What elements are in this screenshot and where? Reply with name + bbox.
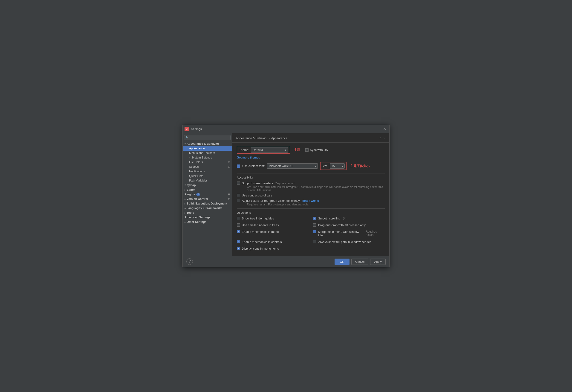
sidebar-item-languages-frameworks[interactable]: ▸ Languages & Frameworks bbox=[183, 206, 232, 210]
display-icons-checkbox[interactable] bbox=[237, 247, 240, 250]
chevron-right-icon6: ▸ bbox=[185, 212, 186, 214]
show-tree-indent-row: Show tree indent guides bbox=[237, 217, 309, 220]
title-bar: J Settings ✕ bbox=[183, 125, 389, 133]
use-contrast-scrollbars-row: Use contrast scrollbars bbox=[237, 194, 385, 197]
chevron-right-icon2: ▸ bbox=[185, 189, 186, 191]
sync-with-os-checkbox[interactable] bbox=[305, 148, 309, 152]
display-icons-row: Display icons in menu items bbox=[237, 247, 309, 250]
sidebar-item-editor[interactable]: ▸ Editor bbox=[183, 188, 232, 192]
display-icons-label: Display icons in menu items bbox=[242, 247, 279, 250]
use-custom-font-checkbox[interactable] bbox=[237, 164, 240, 168]
always-show-full-path-checkbox[interactable] bbox=[313, 240, 316, 243]
app-icon: J bbox=[185, 127, 189, 131]
always-show-full-path-label: Always show full path in window header bbox=[318, 240, 371, 244]
search-icon: 🔍 bbox=[185, 136, 189, 139]
smooth-scrolling-label: Smooth scrolling bbox=[318, 217, 340, 220]
show-tree-indent-checkbox[interactable] bbox=[237, 217, 240, 220]
adjust-colors-desc: Requires restart. For protanopia and deu… bbox=[242, 203, 319, 206]
merge-main-menu-label: Merge main menu with window title bbox=[318, 230, 363, 237]
use-smaller-indents-label: Use smaller indents in trees bbox=[242, 223, 279, 227]
sidebar-item-keymap[interactable]: Keymap bbox=[183, 183, 232, 188]
nav-arrows: ‹ › bbox=[379, 136, 386, 141]
breadcrumb-parent: Appearance & Behavior bbox=[236, 136, 267, 140]
plugins-badge: 2 bbox=[196, 193, 200, 196]
version-control-icon: ⊞ bbox=[228, 198, 230, 201]
screen-readers-requires-restart: Requires restart bbox=[275, 182, 294, 185]
sync-with-os-label: Sync with OS bbox=[310, 148, 328, 152]
search-input[interactable] bbox=[184, 135, 231, 140]
chevron-right-icon3: ▸ bbox=[185, 198, 186, 200]
use-contrast-scrollbars-checkbox[interactable] bbox=[237, 194, 240, 197]
font-select[interactable]: Microsoft YaHei UI bbox=[267, 163, 318, 169]
always-show-full-path-row: Always show full path in window header bbox=[313, 240, 385, 244]
sidebar-item-tools[interactable]: ▸ Tools bbox=[183, 210, 232, 215]
chevron-right-icon4: ▸ bbox=[185, 203, 186, 205]
drag-drop-checkbox[interactable] bbox=[313, 223, 316, 227]
smooth-scrolling-row: Smooth scrolling (?) bbox=[313, 217, 385, 220]
get-more-themes-link[interactable]: Get more themes bbox=[237, 156, 385, 162]
font-row: Use custom font: Microsoft YaHei UI ▼ Si… bbox=[237, 162, 385, 170]
scopes-icon: ⊞ bbox=[228, 165, 230, 168]
sidebar-item-notifications[interactable]: Notifications bbox=[183, 169, 232, 174]
ok-button[interactable]: OK bbox=[334, 259, 350, 265]
use-contrast-scrollbars-label: Use contrast scrollbars bbox=[242, 194, 272, 197]
merge-main-menu-row: Merge main menu with window title Requir… bbox=[313, 230, 385, 237]
enable-mnemonics-controls-checkbox[interactable] bbox=[237, 240, 240, 243]
sidebar-item-file-colors[interactable]: File Colors ⊞ bbox=[183, 160, 232, 164]
enable-mnemonics-menu-row: Enable mnemonics in menu bbox=[237, 230, 309, 237]
sidebar-item-appearance[interactable]: Appearance bbox=[183, 146, 232, 151]
adjust-colors-label: Adjust colors for red-green vision defic… bbox=[242, 199, 300, 203]
drag-drop-label: Drag-and-drop with Alt pressed only bbox=[318, 223, 366, 227]
window-title: Settings bbox=[191, 127, 202, 131]
settings-dialog: J Settings ✕ 🔍 ▾ Appearance & Behavior A… bbox=[182, 125, 390, 267]
cancel-button[interactable]: Cancel bbox=[351, 259, 368, 265]
nav-back-button[interactable]: ‹ bbox=[379, 136, 381, 141]
smooth-scrolling-checkbox[interactable] bbox=[313, 217, 316, 220]
divider-2 bbox=[237, 208, 385, 209]
sidebar-item-menus-toolbars[interactable]: Menus and Toolbars bbox=[183, 151, 232, 155]
adjust-colors-row: Adjust colors for red-green vision defic… bbox=[237, 199, 385, 206]
apply-button[interactable]: Apply bbox=[370, 259, 386, 265]
sync-row: Sync with OS bbox=[305, 148, 328, 152]
divider-1 bbox=[237, 173, 385, 173]
file-colors-icon: ⊞ bbox=[228, 161, 230, 164]
close-button[interactable]: ✕ bbox=[382, 126, 387, 132]
font-annotation: 主题字体大小 bbox=[350, 164, 369, 168]
sidebar-item-build-execution[interactable]: ▸ Build, Execution, Deployment bbox=[183, 201, 232, 206]
sidebar-item-system-settings[interactable]: ▸ System Settings bbox=[183, 155, 232, 160]
use-smaller-indents-checkbox[interactable] bbox=[237, 223, 240, 227]
sidebar-item-scopes[interactable]: Scopes ⊞ bbox=[183, 164, 232, 169]
use-smaller-indents-row: Use smaller indents in trees bbox=[237, 223, 309, 227]
nav-forward-button[interactable]: › bbox=[383, 136, 386, 141]
theme-annotation: 主题 bbox=[294, 148, 300, 152]
merge-requires-restart: Requires restart bbox=[366, 230, 385, 236]
theme-select[interactable]: Darcula IntelliJ Light bbox=[251, 147, 288, 153]
support-screen-readers-row: Support screen readers Requires restart … bbox=[237, 182, 385, 192]
theme-select-wrapper: Darcula IntelliJ Light ▼ bbox=[251, 147, 288, 153]
breadcrumb-separator: › bbox=[269, 136, 270, 140]
sidebar-item-version-control[interactable]: ▸ Version Control ⊞ bbox=[183, 197, 232, 201]
chevron-down-icon: ▾ bbox=[185, 143, 186, 145]
sidebar-item-advanced-settings[interactable]: Advanced Settings bbox=[183, 215, 232, 220]
merge-main-menu-checkbox[interactable] bbox=[313, 230, 316, 233]
help-button[interactable]: ? bbox=[186, 258, 193, 265]
plugins-icon: ⊞ bbox=[228, 193, 230, 196]
enable-mnemonics-menu-checkbox[interactable] bbox=[237, 230, 240, 233]
size-select[interactable]: 15 12 13 14 16 18 bbox=[330, 163, 345, 169]
enable-mnemonics-controls-row: Enable mnemonics in controls bbox=[237, 240, 309, 244]
size-label: Size: bbox=[322, 164, 329, 168]
smooth-scrolling-help-icon: (?) bbox=[343, 217, 347, 220]
how-it-works-link[interactable]: How it works bbox=[302, 199, 319, 203]
sidebar-item-path-variables[interactable]: Path Variables bbox=[183, 178, 232, 183]
adjust-colors-checkbox[interactable] bbox=[237, 199, 240, 202]
support-screen-readers-checkbox[interactable] bbox=[237, 182, 240, 185]
accessibility-title: Accessibility bbox=[237, 176, 385, 179]
sidebar-item-plugins[interactable]: Plugins 2 ⊞ bbox=[183, 192, 232, 197]
bottom-actions: OK Cancel Apply bbox=[334, 259, 386, 265]
sidebar-item-other-settings[interactable]: ▸ Other Settings bbox=[183, 220, 232, 224]
support-screen-readers-label: Support screen readers bbox=[242, 182, 273, 185]
sidebar-item-appearance-behavior[interactable]: ▾ Appearance & Behavior bbox=[183, 141, 232, 146]
enable-mnemonics-menu-label: Enable mnemonics in menu bbox=[242, 230, 279, 234]
sidebar-item-quick-lists[interactable]: Quick Lists bbox=[183, 174, 232, 178]
search-box: 🔍 bbox=[184, 135, 231, 140]
